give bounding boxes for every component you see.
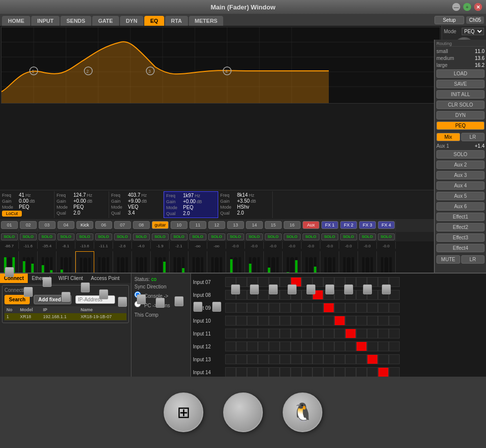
matrix-cell-7-1[interactable] xyxy=(236,367,247,377)
fader-handle-6[interactable] xyxy=(118,297,127,307)
fader-handle-5[interactable] xyxy=(99,289,108,299)
net-tab-wifi[interactable]: WIFI Client xyxy=(55,274,87,283)
solo-btn-8[interactable]: SOLO xyxy=(152,233,169,240)
matrix-cell-6-9[interactable] xyxy=(323,354,334,364)
ch13-btn[interactable]: 13 xyxy=(227,221,244,229)
matrix-cell-4-8[interactable] xyxy=(312,329,323,338)
matrix-cell-2-11[interactable] xyxy=(345,303,356,313)
eq-band-3[interactable]: Freq 403.7 Hz Gain +9.00 dB Mode VEQ Q xyxy=(109,191,164,218)
eq-band-5[interactable]: Freq 8k14 Hz Gain +3.50 dB Mode HShv Q xyxy=(218,191,273,218)
matrix-cell-7-15[interactable] xyxy=(389,367,400,377)
device-row[interactable]: 1 XR18 192.168.1.1 XR18-19-1B-07 xyxy=(4,313,126,321)
eq-graph[interactable]: 1 2 3 4 xyxy=(1,27,440,104)
mute-rp-button[interactable]: MUTE xyxy=(436,255,460,264)
ch08-btn[interactable]: 08 xyxy=(133,221,150,229)
matrix-cell-2-15[interactable] xyxy=(389,303,400,313)
matrix-cell-2-2[interactable] xyxy=(247,303,258,313)
matrix-cell-6-8[interactable] xyxy=(312,354,323,364)
solo-btn-9[interactable]: SOLO xyxy=(171,233,187,240)
locut-button[interactable]: LoCut xyxy=(2,211,22,217)
ch08-guitar-btn[interactable]: guitar xyxy=(152,221,169,229)
matrix-cell-7-7[interactable] xyxy=(302,367,312,377)
matrix-cell-5-14[interactable] xyxy=(378,341,389,351)
matrix-cell-3-10[interactable] xyxy=(334,316,345,326)
solo-btn-11[interactable]: SOLO xyxy=(208,233,225,240)
ch12-btn[interactable]: 12 xyxy=(208,221,225,229)
matrix-cell-2-10[interactable] xyxy=(334,303,345,313)
solo-btn-5[interactable]: SOLO xyxy=(95,233,112,240)
matrix-cell-6-11[interactable] xyxy=(345,354,356,364)
matrix-cell-4-5[interactable] xyxy=(280,329,291,338)
matrix-cell-1-10[interactable] xyxy=(334,290,345,300)
matrix-cell-4-7[interactable] xyxy=(302,329,312,338)
matrix-cell-6-12[interactable] xyxy=(356,354,367,364)
fx3-btn[interactable]: FX 3 xyxy=(359,221,376,229)
matrix-cell-5-13[interactable] xyxy=(367,341,378,351)
ch10-btn[interactable]: 10 xyxy=(171,221,187,229)
matrix-cell-2-0[interactable] xyxy=(225,303,236,313)
matrix-cell-6-6[interactable] xyxy=(291,354,302,364)
matrix-cell-5-1[interactable] xyxy=(236,341,247,351)
ch16-btn[interactable]: 16 xyxy=(284,221,301,229)
matrix-cell-7-5[interactable] xyxy=(280,367,291,377)
matrix-cell-2-4[interactable] xyxy=(269,303,280,313)
matrix-cell-3-3[interactable] xyxy=(258,316,269,326)
fader-handle-14[interactable] xyxy=(269,284,278,294)
matrix-cell-3-11[interactable] xyxy=(345,316,356,326)
matrix-cell-3-2[interactable] xyxy=(247,316,258,326)
matrix-cell-3-8[interactable] xyxy=(312,316,323,326)
matrix-cell-4-14[interactable] xyxy=(378,329,389,338)
ch07-btn[interactable]: 07 xyxy=(114,221,131,229)
ch03-btn[interactable]: 03 xyxy=(39,221,56,229)
fader-handle-13[interactable] xyxy=(250,284,259,294)
matrix-cell-3-5[interactable] xyxy=(280,316,291,326)
init-all-button[interactable]: INIT ALL xyxy=(436,90,485,99)
solo-btn-19[interactable]: SOLO xyxy=(359,233,376,240)
matrix-cell-3-4[interactable] xyxy=(269,316,280,326)
fader-handle-20[interactable] xyxy=(382,284,391,294)
matrix-cell-7-11[interactable] xyxy=(345,367,356,377)
matrix-cell-6-2[interactable] xyxy=(247,354,258,364)
matrix-cell-2-14[interactable] xyxy=(378,303,389,313)
matrix-cell-6-4[interactable] xyxy=(269,354,280,364)
tab-rta[interactable]: RTA xyxy=(165,16,188,26)
peq-button[interactable]: PEQ xyxy=(436,121,485,130)
solo-btn-13[interactable]: SOLO xyxy=(246,233,263,240)
tab-eq[interactable]: EQ xyxy=(144,16,164,26)
matrix-cell-3-1[interactable] xyxy=(236,316,247,326)
matrix-cell-7-12[interactable] xyxy=(356,367,367,377)
solo-btn-1[interactable]: SOLO xyxy=(20,233,37,240)
effect1-button[interactable]: Effect1 xyxy=(436,213,485,221)
matrix-cell-7-0[interactable] xyxy=(225,367,236,377)
matrix-cell-6-3[interactable] xyxy=(258,354,269,364)
fader-handle-2[interactable] xyxy=(43,277,52,287)
matrix-cell-5-4[interactable] xyxy=(269,341,280,351)
lr2-button[interactable]: LR xyxy=(461,255,485,264)
matrix-cell-5-15[interactable] xyxy=(389,341,400,351)
fader-handle-16[interactable] xyxy=(306,284,315,294)
ch05-kick-btn[interactable]: Kick xyxy=(76,221,93,229)
ch02-btn[interactable]: 02 xyxy=(20,221,37,229)
solo-btn-17[interactable]: SOLO xyxy=(321,233,338,240)
ch11-btn[interactable]: 11 xyxy=(189,221,206,229)
aux5-button[interactable]: Aux 5 xyxy=(436,192,485,200)
ch06-btn[interactable]: 06 xyxy=(95,221,112,229)
matrix-cell-2-8[interactable] xyxy=(312,303,323,313)
fader-handle-3[interactable] xyxy=(61,292,70,302)
matrix-cell-6-14[interactable] xyxy=(378,354,389,364)
matrix-cell-4-2[interactable] xyxy=(247,329,258,338)
matrix-cell-2-5[interactable] xyxy=(280,303,291,313)
matrix-cell-2-13[interactable] xyxy=(367,303,378,313)
solo-btn-7[interactable]: SOLO xyxy=(133,233,150,240)
fader-handle-10[interactable] xyxy=(193,302,202,312)
matrix-cell-5-5[interactable] xyxy=(280,341,291,351)
matrix-cell-5-0[interactable] xyxy=(225,341,236,351)
matrix-cell-6-15[interactable] xyxy=(389,354,400,364)
tab-dyn[interactable]: DYN xyxy=(120,16,143,26)
matrix-cell-6-10[interactable] xyxy=(334,354,345,364)
matrix-cell-3-9[interactable] xyxy=(323,316,334,326)
net-tab-connect[interactable]: Connect xyxy=(0,274,28,283)
ch01-btn[interactable]: 01 xyxy=(1,221,18,229)
fader-handle-4[interactable] xyxy=(81,282,90,292)
matrix-cell-5-3[interactable] xyxy=(258,341,269,351)
